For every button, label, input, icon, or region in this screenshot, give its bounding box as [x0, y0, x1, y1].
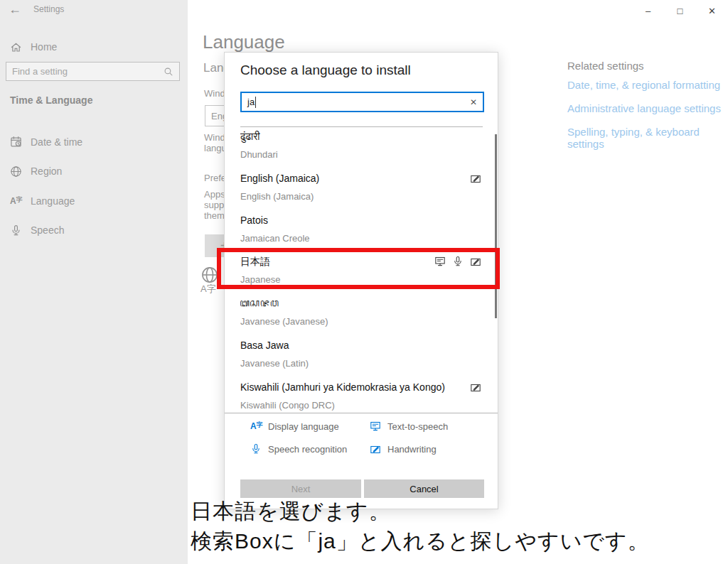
language-globe-icon: A字: [200, 266, 225, 295]
language-row[interactable]: English (Jamaica) English (Jamaica): [240, 169, 483, 211]
sidebar-item-label: Speech: [31, 224, 64, 236]
language-list: ढुंढारी Dhundari English (Jamaica) Engli…: [240, 126, 483, 413]
background-fragment: them: [204, 210, 225, 221]
handwriting-icon: [470, 173, 481, 184]
text-to-speech-icon: [434, 256, 446, 267]
list-divider: [225, 413, 498, 413]
legend-item: A字 Display language: [250, 421, 370, 432]
region-icon: [10, 166, 22, 178]
list-scrollbar[interactable]: [495, 134, 497, 318]
date-time-icon: [10, 136, 22, 148]
setting-search-input[interactable]: [6, 66, 164, 77]
legend-item: Speech recognition: [250, 443, 370, 455]
handwriting-icon: [470, 381, 481, 393]
language-feature-icons: [470, 173, 481, 184]
language-localized-name: Japanese: [240, 273, 483, 286]
minimize-button[interactable]: –: [632, 0, 664, 21]
settings-window: Home Time & Language Date & time Region …: [0, 0, 728, 564]
home-icon: [10, 41, 22, 53]
language-localized-name: Dhundari: [240, 148, 483, 161]
cancel-button[interactable]: Cancel: [364, 479, 484, 498]
next-button[interactable]: Next: [240, 479, 361, 498]
search-icon: [164, 67, 173, 77]
sidebar-item-region[interactable]: Region: [10, 157, 178, 187]
sidebar-section-label: Time & Language: [10, 94, 92, 106]
sidebar-item-language[interactable]: A字 Language: [10, 186, 178, 216]
legend-label: Display language: [268, 421, 339, 432]
related-settings: Related settings Date, time, & regional …: [567, 60, 728, 161]
setting-search-box: [6, 62, 180, 81]
language-search-value: ja: [247, 97, 255, 107]
language-row-highlighted[interactable]: 日本語 Japanese: [240, 252, 483, 294]
language-row[interactable]: ढुंढारी Dhundari: [240, 127, 483, 169]
language-icon: A字: [10, 195, 22, 207]
language-localized-name: Javanese (Latin): [240, 357, 483, 370]
language-name: English (Jamaica): [240, 172, 483, 185]
handwriting-icon: [370, 443, 381, 455]
display-language-icon: A字: [250, 421, 262, 432]
speech-recognition-icon: [452, 256, 464, 267]
text-to-speech-icon: [370, 421, 381, 432]
handwriting-icon: [470, 256, 481, 267]
related-settings-header: Related settings: [567, 60, 728, 72]
language-name: Basa Jawa: [240, 339, 483, 352]
sidebar-items: Date & time Region A字 Language Speech: [10, 127, 178, 245]
language-row[interactable]: Kiswahili (Jamhuri ya Kidemokrasia ya Ko…: [240, 378, 483, 413]
background-fragment: Apps: [204, 189, 225, 200]
related-settings-link[interactable]: Spelling, typing, & keyboard settings: [567, 126, 728, 150]
sidebar-item-label: Region: [31, 166, 62, 177]
language-search-input[interactable]: ja ✕: [240, 92, 484, 112]
legend-label: Text-to-speech: [387, 421, 448, 432]
titlebar: ← Settings – □ ✕: [0, 0, 728, 23]
sidebar-item-home[interactable]: Home: [10, 37, 173, 57]
language-localized-name: Kiswahili (Congo DRC): [240, 399, 483, 412]
language-localized-name: Jamaican Creole: [240, 232, 483, 245]
language-localized-name: Javanese (Javanese): [240, 315, 483, 328]
legend-label: Handwriting: [387, 444, 437, 455]
feature-legend: A字 Display language Text-to-speech Speec…: [250, 421, 448, 455]
home-label: Home: [31, 41, 57, 53]
language-row[interactable]: Patois Jamaican Creole: [240, 211, 483, 253]
speech-recognition-icon: [250, 443, 262, 455]
maximize-button[interactable]: □: [664, 0, 696, 21]
clear-search-icon[interactable]: ✕: [470, 97, 477, 107]
related-settings-link[interactable]: Administrative language settings: [567, 102, 728, 114]
window-controls: – □ ✕: [632, 0, 728, 21]
background-fragment: Prefe: [204, 173, 226, 183]
page-title: Language: [203, 31, 285, 53]
language-name: Patois: [240, 214, 483, 227]
legend-item: Text-to-speech: [370, 421, 448, 432]
language-row[interactable]: ꦧꦱꦗꦮ Javanese (Javanese): [240, 294, 483, 336]
annotation-line-1: 日本語を選びます。: [191, 497, 391, 526]
language-feature-icons: [434, 256, 481, 267]
app-title: Settings: [33, 4, 64, 14]
language-name: Kiswahili (Jamhuri ya Kidemokrasia ya Ko…: [240, 381, 483, 394]
add-language-dialog: Choose a language to install ja ✕ ढुंढार…: [224, 52, 498, 509]
annotation-line-2: 検索Boxに「ja」と入れると探しやすいです。: [191, 527, 650, 556]
language-name: ढुंढारी: [240, 130, 483, 143]
sidebar-item-label: Date & time: [31, 136, 82, 148]
sidebar-item-date-time[interactable]: Date & time: [10, 127, 178, 157]
language-feature-icons: [470, 381, 481, 393]
legend-item: Handwriting: [370, 443, 448, 455]
legend-label: Speech recognition: [268, 444, 347, 455]
background-fragment: Wind: [204, 132, 225, 143]
sidebar: Home Time & Language Date & time Region …: [0, 0, 188, 564]
language-globe-label: A字: [200, 283, 225, 295]
text-caret: [255, 97, 256, 108]
back-icon[interactable]: ←: [9, 2, 21, 17]
speech-icon: [10, 224, 22, 237]
background-fragment: Wind: [204, 88, 225, 99]
language-row[interactable]: Basa Jawa Javanese (Latin): [240, 336, 483, 378]
close-button[interactable]: ✕: [696, 0, 728, 21]
sidebar-item-label: Language: [31, 195, 75, 207]
related-settings-link[interactable]: Date, time, & regional formatting: [567, 79, 728, 91]
sidebar-item-speech[interactable]: Speech: [10, 216, 178, 246]
language-name: ꦧꦱꦗꦮ: [240, 297, 483, 310]
dialog-title: Choose a language to install: [240, 63, 411, 78]
language-localized-name: English (Jamaica): [240, 190, 483, 203]
